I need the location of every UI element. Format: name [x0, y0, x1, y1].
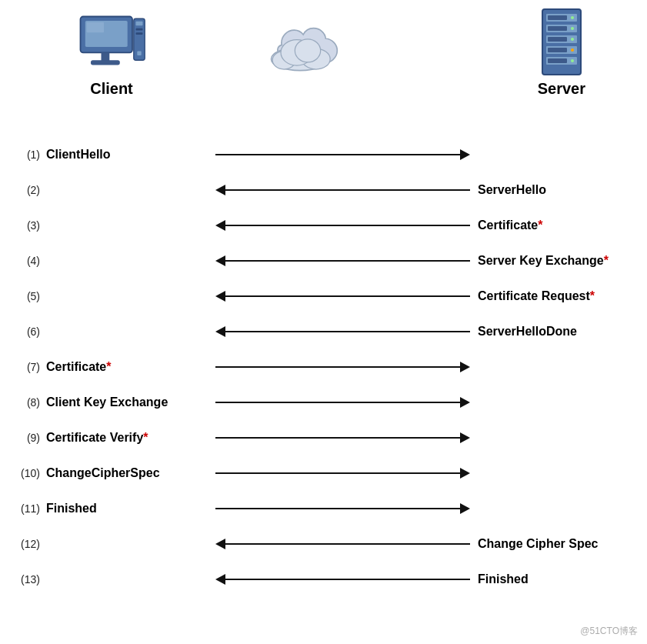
- diagram: Client: [0, 0, 647, 644]
- arrow-right: [215, 432, 470, 443]
- step-num: (13): [0, 573, 46, 586]
- computer-icon: [77, 12, 146, 77]
- left-label: Client Key Exchange: [46, 395, 208, 409]
- message-row-8: (8)Client Key Exchange: [0, 385, 647, 420]
- client-section: Client: [77, 12, 146, 98]
- step-num: (1): [0, 148, 46, 161]
- arrow-left: [215, 255, 470, 266]
- svg-point-24: [571, 48, 574, 52]
- svg-rect-30: [548, 58, 567, 63]
- step-num: (7): [0, 361, 46, 373]
- step-num: (5): [0, 290, 46, 302]
- messages-area: (1)ClientHello(2)ServerHello(3)Certifica…: [0, 137, 647, 597]
- cloud-section: [262, 27, 339, 81]
- message-row-12: (12)Change Cipher Spec: [0, 526, 647, 562]
- svg-rect-4: [91, 60, 120, 65]
- left-label: Finished: [46, 502, 208, 516]
- step-num: (6): [0, 325, 46, 338]
- arrow-left: [215, 185, 470, 195]
- server-icon: [539, 8, 585, 77]
- left-label: Certificate*: [46, 360, 208, 374]
- message-row-4: (4)Server Key Exchange*: [0, 243, 647, 279]
- step-num: (8): [0, 396, 46, 409]
- right-label: Change Cipher Spec: [478, 537, 647, 551]
- message-row-7: (7)Certificate*: [0, 349, 647, 385]
- svg-rect-8: [136, 32, 143, 35]
- left-label: ChangeCipherSpec: [46, 466, 208, 480]
- svg-rect-7: [136, 28, 143, 31]
- step-num: (11): [0, 502, 46, 515]
- server-label: Server: [538, 80, 585, 98]
- message-row-11: (11)Finished: [0, 491, 647, 526]
- right-label: Certificate Request*: [478, 289, 647, 303]
- svg-rect-3: [102, 52, 110, 61]
- svg-point-21: [571, 16, 574, 19]
- arrow-left: [215, 220, 470, 231]
- svg-rect-9: [137, 52, 141, 55]
- arrow-right: [215, 362, 470, 372]
- watermark: @51CTO博客: [580, 625, 638, 638]
- svg-rect-27: [548, 26, 567, 31]
- right-label: ServerHello: [478, 183, 647, 197]
- step-num: (4): [0, 255, 46, 267]
- client-label: Client: [90, 80, 133, 98]
- step-num: (2): [0, 184, 46, 196]
- arrow-right: [215, 503, 470, 514]
- arrow-right: [215, 149, 470, 160]
- svg-rect-26: [548, 15, 567, 20]
- step-num: (9): [0, 432, 46, 444]
- svg-rect-2: [87, 22, 105, 33]
- message-row-5: (5)Certificate Request*: [0, 279, 647, 314]
- message-row-2: (2)ServerHello: [0, 172, 647, 208]
- message-row-3: (3)Certificate*: [0, 208, 647, 243]
- message-row-1: (1)ClientHello: [0, 137, 647, 172]
- step-num: (12): [0, 538, 46, 550]
- right-label: Server Key Exchange*: [478, 254, 647, 268]
- step-num: (3): [0, 219, 46, 232]
- server-section: Server: [538, 8, 585, 98]
- svg-point-22: [571, 27, 574, 30]
- step-num: (10): [0, 467, 46, 479]
- message-row-10: (10)ChangeCipherSpec: [0, 455, 647, 491]
- svg-rect-6: [136, 22, 143, 25]
- message-row-13: (13)Finished: [0, 562, 647, 597]
- message-row-6: (6)ServerHelloDone: [0, 314, 647, 349]
- arrow-left: [215, 291, 470, 302]
- svg-point-25: [571, 59, 574, 62]
- svg-point-23: [571, 38, 574, 41]
- left-label: ClientHello: [46, 148, 208, 162]
- arrow-right: [215, 468, 470, 479]
- right-label: Certificate*: [478, 219, 647, 232]
- cloud-icon: [262, 27, 339, 81]
- svg-rect-29: [548, 48, 567, 52]
- left-label: Certificate Verify*: [46, 431, 208, 445]
- arrow-left: [215, 326, 470, 337]
- svg-rect-28: [548, 37, 567, 42]
- arrow-left: [215, 539, 470, 549]
- arrow-left: [215, 574, 470, 585]
- svg-point-14: [295, 39, 320, 62]
- arrow-right: [215, 397, 470, 408]
- right-label: ServerHelloDone: [478, 325, 647, 339]
- right-label: Finished: [478, 572, 647, 586]
- message-row-9: (9)Certificate Verify*: [0, 420, 647, 455]
